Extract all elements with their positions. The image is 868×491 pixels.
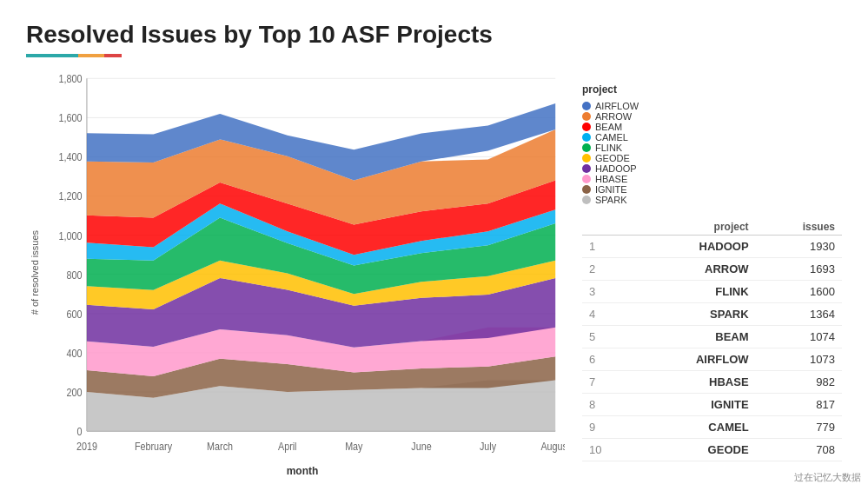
cell-issues: 1364 — [756, 303, 842, 326]
legend-item-label: SPARK — [595, 195, 626, 205]
cell-rank: 2 — [582, 258, 632, 281]
svg-text:February: February — [135, 441, 172, 453]
svg-text:800: 800 — [67, 269, 83, 281]
svg-text:1,200: 1,200 — [59, 191, 83, 202]
svg-text:July: July — [480, 441, 496, 453]
legend-color-dot — [582, 185, 591, 194]
legend-item-label: HADOOP — [595, 163, 637, 174]
underline-teal — [26, 54, 78, 57]
cell-issues: 1930 — [756, 236, 842, 258]
svg-text:200: 200 — [67, 387, 83, 398]
cell-issues: 1693 — [756, 258, 842, 281]
cell-project: IGNITE — [632, 394, 756, 416]
legend-color-dot — [582, 196, 591, 204]
legend-color-dot — [582, 123, 591, 131]
chart-inner: 1,800 1,600 1,400 1,200 1,000 800 600 40… — [40, 68, 565, 477]
svg-text:1,600: 1,600 — [59, 113, 83, 124]
legend-item-hbase: HBASE — [582, 174, 833, 184]
svg-text:August: August — [540, 441, 565, 453]
cell-issues: 708 — [756, 439, 842, 461]
cell-issues: 982 — [756, 371, 842, 394]
cell-rank: 9 — [582, 416, 632, 439]
underline-red — [104, 54, 122, 57]
legend-color-dot — [582, 133, 591, 142]
cell-project: BEAM — [632, 326, 756, 348]
table-row: 9 CAMEL 779 — [582, 416, 842, 439]
cell-rank: 6 — [582, 348, 632, 371]
cell-rank: 7 — [582, 371, 632, 394]
cell-project: CAMEL — [632, 416, 756, 439]
legend-item-label: IGNITE — [595, 184, 627, 195]
table-row: 4 SPARK 1364 — [582, 303, 842, 326]
svg-text:2019: 2019 — [76, 441, 97, 453]
legend-item-flink: FLINK — [582, 143, 833, 153]
title-underline — [26, 54, 842, 57]
legend-item-beam: BEAM — [582, 122, 833, 132]
watermark: 过在记忆大数据 — [794, 471, 861, 484]
table-row: 2 ARROW 1693 — [582, 258, 842, 281]
legend-item-label: FLINK — [595, 143, 622, 153]
cell-rank: 3 — [582, 281, 632, 303]
svg-text:April: April — [278, 441, 297, 453]
svg-text:1,000: 1,000 — [59, 230, 83, 242]
chart-wrap: # of resolved issues — [26, 68, 565, 477]
legend-item-arrow: ARROW — [582, 111, 833, 122]
table-body: 1 HADOOP 1930 2 ARROW 1693 3 FLINK 1600 … — [582, 236, 842, 461]
chart-svg-container: 1,800 1,600 1,400 1,200 1,000 800 600 40… — [40, 68, 565, 463]
legend-color-dot — [582, 154, 591, 163]
col-project: project — [632, 219, 756, 236]
cell-project: AIRFLOW — [632, 348, 756, 371]
chart-area: # of resolved issues — [26, 68, 565, 477]
y-axis-label: # of resolved issues — [26, 230, 40, 315]
legend-color-dot — [582, 112, 591, 121]
cell-rank: 4 — [582, 303, 632, 326]
legend-item-label: CAMEL — [595, 132, 628, 143]
legend-item-spark: SPARK — [582, 195, 833, 205]
cell-issues: 779 — [756, 416, 842, 439]
svg-text:600: 600 — [67, 309, 83, 320]
legend-item-airflow: AIRFLOW — [582, 101, 833, 111]
cell-rank: 5 — [582, 326, 632, 348]
table-row: 7 HBASE 982 — [582, 371, 842, 394]
legend-color-dot — [582, 143, 591, 152]
table-area: project issues 1 HADOOP 1930 2 ARROW 169… — [573, 219, 842, 477]
svg-text:1,400: 1,400 — [59, 152, 83, 163]
legend-title: project — [582, 83, 833, 96]
table-row: 6 AIRFLOW 1073 — [582, 348, 842, 371]
table-row: 3 FLINK 1600 — [582, 281, 842, 303]
legend-item-geode: GEODE — [582, 153, 833, 163]
table-row: 5 BEAM 1074 — [582, 326, 842, 348]
legend: project AIRFLOW ARROW BEAM CAMEL FLINK G… — [573, 76, 842, 212]
svg-text:1,800: 1,800 — [59, 74, 83, 85]
legend-item-label: HBASE — [595, 174, 627, 184]
cell-project: FLINK — [632, 281, 756, 303]
col-issues: issues — [756, 219, 842, 236]
legend-color-dot — [582, 164, 591, 173]
main-container: Resolved Issues by Top 10 ASF Projects #… — [0, 0, 868, 491]
cell-project: SPARK — [632, 303, 756, 326]
content-row: # of resolved issues — [26, 68, 842, 477]
legend-color-dot — [582, 175, 591, 183]
legend-color-dot — [582, 102, 591, 110]
cell-project: ARROW — [632, 258, 756, 281]
legend-item-hadoop: HADOOP — [582, 163, 833, 174]
legend-items-container: AIRFLOW ARROW BEAM CAMEL FLINK GEODE HAD… — [582, 101, 833, 205]
legend-item-label: ARROW — [595, 111, 632, 122]
svg-text:March: March — [207, 441, 233, 453]
table-row: 8 IGNITE 817 — [582, 394, 842, 416]
cell-issues: 1073 — [756, 348, 842, 371]
underline-orange — [78, 54, 104, 57]
col-rank — [582, 219, 632, 236]
svg-text:June: June — [411, 441, 431, 453]
svg-text:400: 400 — [67, 348, 83, 359]
issues-table: project issues 1 HADOOP 1930 2 ARROW 169… — [582, 219, 842, 461]
cell-issues: 1074 — [756, 326, 842, 348]
cell-project: HBASE — [632, 371, 756, 394]
legend-item-label: AIRFLOW — [595, 101, 639, 111]
cell-issues: 817 — [756, 394, 842, 416]
cell-issues: 1600 — [756, 281, 842, 303]
table-header-row: project issues — [582, 219, 842, 236]
table-row: 10 GEODE 708 — [582, 439, 842, 461]
legend-item-label: BEAM — [595, 122, 622, 132]
svg-text:May: May — [345, 441, 363, 453]
